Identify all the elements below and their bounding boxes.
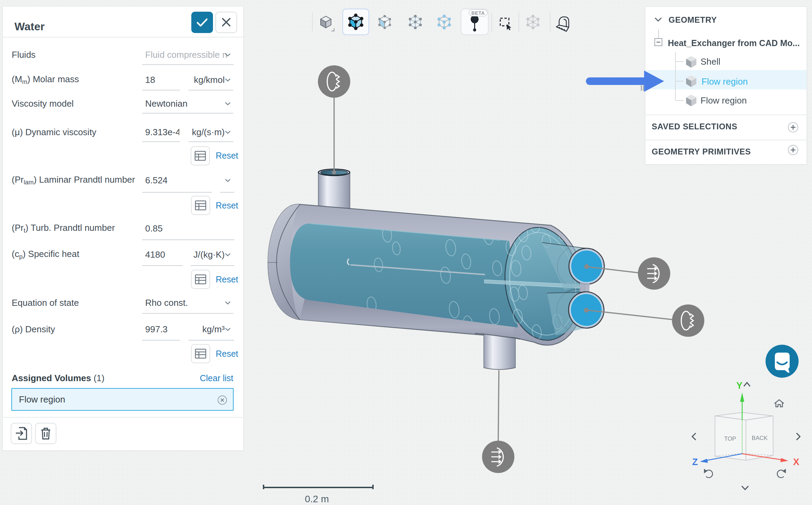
- svg-text:0.2 m: 0.2 m: [305, 494, 329, 504]
- svg-text:TOP: TOP: [724, 436, 736, 442]
- svg-text:Y: Y: [736, 380, 742, 391]
- svg-text:BETA: BETA: [471, 10, 485, 16]
- svg-text:X: X: [793, 457, 799, 467]
- svg-text:Z: Z: [692, 457, 698, 467]
- svg-text:BACK: BACK: [752, 435, 768, 441]
